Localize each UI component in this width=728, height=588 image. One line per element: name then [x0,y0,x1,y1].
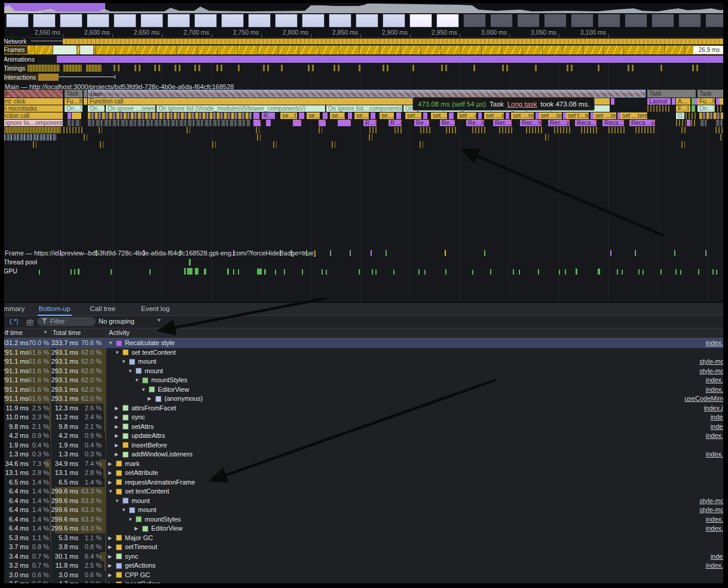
flame-event[interactable] [323,112,328,119]
animations-bar[interactable] [57,56,723,63]
flame-event[interactable]: Reca…yle [575,120,597,126]
flame-event[interactable] [84,90,87,98]
film-thumbnail[interactable] [114,14,136,28]
network-request-bar[interactable] [63,38,723,44]
flame-event[interactable]: R…e [363,120,377,126]
flame-event[interactable]: Rec…yle [548,120,570,126]
flame-event[interactable]: Re…le [466,120,484,126]
track-label-animations[interactable]: Animations [4,56,37,63]
grouping-caret-icon[interactable]: ▼ [157,318,161,323]
flame-event[interactable] [338,120,351,126]
expand-caret-icon[interactable]: ▶ [108,468,112,478]
flame-event[interactable] [100,141,103,148]
flame-event[interactable] [186,127,190,133]
flame-event[interactable]: Re…e [414,120,429,126]
flame-event[interactable] [4,134,57,141]
flame-event[interactable]: On…) [698,105,715,112]
source-link[interactable]: index.js [706,561,723,571]
track-label-thread-pool[interactable]: Thread pool [4,258,39,266]
flame-event[interactable]: O… [676,112,684,119]
collapse-caret-icon[interactable]: ▼ [128,367,133,376]
table-row[interactable]: 291.1 ms61.6 %293.1 ms62.0 %▼mountstyle-… [4,357,723,367]
collapse-caret-icon[interactable]: ▼ [108,487,113,496]
film-thumbnail[interactable] [571,14,594,28]
flame-event[interactable]: Fu…ll [65,98,82,105]
flame-event[interactable] [72,112,81,119]
flame-event[interactable] [420,141,423,148]
flame-event[interactable] [348,112,352,119]
table-row[interactable]: 3.7 ms0.8 %3.8 ms0.8 %▶setTimeout [4,543,723,552]
collapse-caret-icon[interactable]: ▼ [128,515,133,525]
flame-event[interactable]: Task [65,90,82,98]
flame-event[interactable]: Rec…le [493,120,512,126]
flame-event[interactable]: A… [676,98,690,105]
flame-event[interactable] [394,127,403,133]
expand-caret-icon[interactable]: ▶ [115,450,118,459]
frames-track-bar[interactable] [4,45,723,54]
flame-event[interactable] [647,105,671,112]
film-thumbnail[interactable] [705,14,723,28]
film-thumbnail[interactable] [517,14,540,28]
table-row[interactable]: 3.4 ms0.7 %30.1 ms6.4 %▶syncindex. [4,552,723,562]
tab-call-tree[interactable]: Call tree [88,303,117,315]
expand-caret-icon[interactable]: ▶ [108,543,112,552]
flame-event[interactable]: set …tent [539,112,562,119]
table-row[interactable]: 291.1 ms61.6 %293.1 ms62.0 %▼mountStyles… [4,376,723,385]
film-thumbnail[interactable] [436,14,459,28]
flame-event[interactable]: Reca…yle [629,120,655,126]
flame-event[interactable]: On ignore list…components\/) [326,105,402,112]
source-link[interactable]: style-mod [699,367,723,376]
cpu-overview-strip[interactable] [4,3,723,14]
flame-event[interactable] [257,134,261,141]
flame-event[interactable] [526,127,543,133]
flame-event[interactable] [608,127,625,133]
flame-event[interactable]: se…t [280,112,297,119]
film-thumbnail[interactable] [33,14,56,28]
film-thumbnail[interactable] [625,14,647,28]
source-link[interactable]: index. [711,413,723,422]
flame-event[interactable] [266,120,271,126]
table-row[interactable]: 291.1 ms61.6 %293.1 ms62.0 %▼set textCon… [4,348,723,358]
table-row[interactable]: 6.4 ms1.4 %299.6 ms63.3 %▼mountstyle-mod [4,496,723,506]
flame-event[interactable] [681,141,685,148]
film-thumbnail[interactable] [87,14,109,28]
film-thumbnail[interactable] [194,14,217,28]
film-thumbnail[interactable] [544,14,567,28]
tab-bottom-up[interactable]: Bottom-up [38,303,72,316]
flame-event[interactable] [449,112,454,119]
table-row[interactable]: 1.3 ms0.3 %1.3 ms0.3 %▶addWindowListener… [4,450,723,459]
filter-input[interactable]: Filter [37,317,96,326]
flame-event[interactable] [332,141,335,148]
collapse-caret-icon[interactable]: ▼ [115,496,120,506]
flame-event[interactable] [369,134,372,141]
flame-event[interactable] [33,141,36,148]
expand-caret-icon[interactable]: ▶ [115,441,118,450]
film-thumbnail[interactable] [678,14,701,28]
flame-event[interactable] [319,127,322,133]
table-row[interactable]: 11.0 ms2.3 %11.2 ms2.4 %▶syncindex. [4,413,723,422]
flame-event[interactable] [253,112,259,119]
flame-event[interactable] [715,127,723,133]
flame-event[interactable]: R… [262,112,275,119]
source-link[interactable]: index. [711,552,723,562]
flame-event[interactable] [506,112,509,119]
collapse-caret-icon[interactable]: ▼ [108,339,113,348]
table-row[interactable]: 9.8 ms2.1 %9.8 ms2.1 %▶setAttrsindex. [4,422,723,432]
flame-event[interactable]: Layout [647,98,671,105]
film-thumbnail[interactable] [383,14,405,28]
film-thumbnail[interactable] [302,14,325,28]
source-link[interactable]: style-mod [699,496,723,506]
flame-event[interactable]: set…nt [405,112,421,119]
flame-event[interactable] [676,120,686,126]
flame-event[interactable]: Function call [4,112,63,119]
flame-event[interactable] [720,134,723,141]
flame-event[interactable]: Reca…tyle [602,120,624,126]
source-link[interactable]: index.js [706,450,723,459]
flame-event[interactable] [478,112,482,119]
source-link[interactable]: index. [711,422,723,432]
flame-event[interactable]: set …tent [511,112,534,119]
flame-event[interactable]: se…nt [380,112,394,119]
flame-event[interactable] [253,120,261,126]
source-link[interactable]: index.js [706,376,723,385]
source-link[interactable]: style-mod [699,357,723,367]
